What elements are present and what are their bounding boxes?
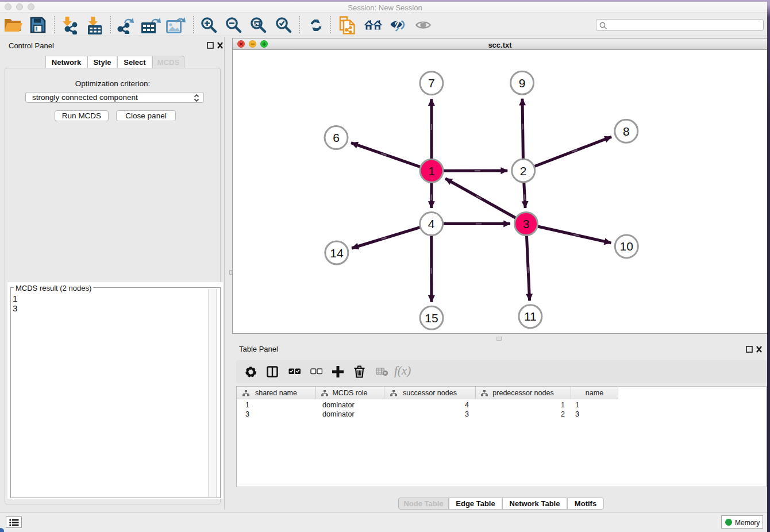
- svg-text:8: 8: [623, 125, 630, 138]
- svg-text:6: 6: [333, 131, 340, 144]
- svg-text:15: 15: [425, 311, 438, 325]
- svg-text:3: 3: [523, 217, 530, 230]
- svg-text:11: 11: [524, 310, 537, 323]
- svg-text:7: 7: [428, 76, 435, 90]
- svg-text:9: 9: [519, 76, 526, 90]
- svg-text:14: 14: [330, 246, 344, 260]
- svg-text:10: 10: [620, 240, 633, 253]
- svg-text:2: 2: [520, 164, 527, 178]
- svg-text:4: 4: [428, 217, 435, 230]
- svg-text:1: 1: [428, 164, 435, 178]
